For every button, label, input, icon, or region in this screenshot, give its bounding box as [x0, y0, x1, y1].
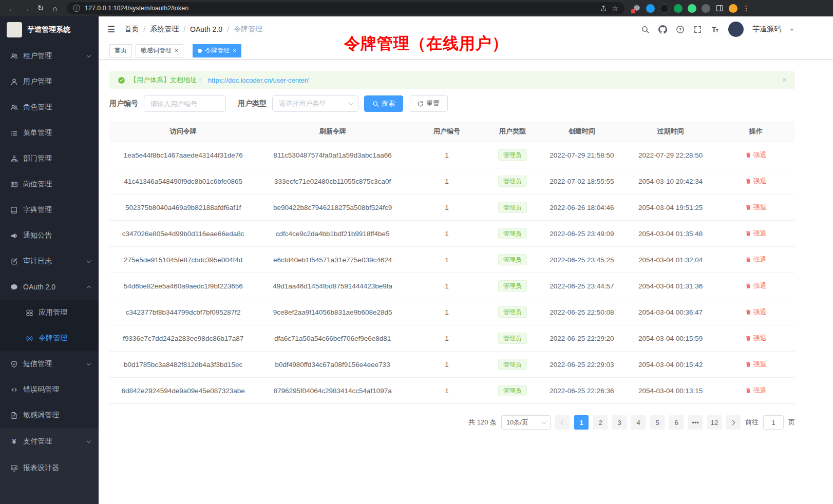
force-logout-button[interactable]: 强退: [745, 307, 767, 317]
tab-token-management[interactable]: 令牌管理 ×: [193, 44, 241, 57]
tab-home[interactable]: 首页: [109, 44, 132, 57]
extension-icon[interactable]: [702, 4, 710, 13]
user-id-input[interactable]: [144, 95, 226, 112]
page-button[interactable]: 5: [650, 415, 665, 430]
chevron-down-icon: [542, 419, 547, 424]
force-logout-button[interactable]: 强退: [745, 150, 767, 160]
sidebar-item-label: OAuth 2.0: [23, 283, 55, 291]
sidebar-item-oauth[interactable]: OAuth 2.0: [0, 274, 99, 300]
extension-icon[interactable]: [674, 4, 683, 13]
page-button[interactable]: 4: [631, 415, 646, 430]
table-row: 275e5de9151045fe87cbdc395e004f4d e6cfd40…: [109, 247, 795, 273]
help-icon[interactable]: [676, 25, 685, 34]
page-button[interactable]: 12: [707, 415, 722, 430]
user-type-badge: 管理员: [498, 228, 527, 239]
sidebar-item-sensitive-words[interactable]: 敏感词管理: [0, 402, 99, 428]
force-logout-button[interactable]: 强退: [745, 177, 767, 186]
sidebar-item-label: 租户管理: [23, 51, 52, 61]
page-size-select[interactable]: 10条/页: [501, 415, 551, 430]
font-size-icon[interactable]: [711, 25, 720, 34]
next-page-button[interactable]: [726, 415, 741, 430]
trash-icon: [745, 361, 751, 367]
extension-icon[interactable]: [660, 4, 669, 13]
error-code-icon: [10, 386, 18, 394]
sidebar-item-notice[interactable]: 通知公告: [0, 223, 99, 248]
trash-icon: [745, 257, 751, 263]
page-button[interactable]: •••: [688, 415, 703, 430]
force-logout-button[interactable]: 强退: [745, 334, 767, 343]
close-icon[interactable]: ×: [175, 48, 178, 54]
action-cell: 强退: [717, 142, 795, 168]
sidebar-toggle-icon[interactable]: ☰: [107, 24, 115, 35]
page-button[interactable]: 1: [574, 415, 589, 430]
sidebar-item-sms[interactable]: 短信管理: [0, 351, 99, 377]
share-icon[interactable]: [600, 5, 607, 12]
sidebar-item-tenant[interactable]: 租户管理: [0, 43, 99, 69]
sidebar-item-oauth-token[interactable]: 令牌管理: [0, 325, 99, 351]
trash-icon: [745, 178, 751, 184]
force-logout-label: 强退: [753, 150, 767, 160]
chevron-down-icon: [87, 53, 91, 57]
force-logout-button[interactable]: 强退: [745, 281, 767, 290]
doc-link[interactable]: https://doc.iocoder.cn/user-center/: [208, 76, 309, 84]
browser-menu-icon[interactable]: ⋮: [743, 4, 750, 12]
url-bar[interactable]: i 127.0.0.1:1024/system/oauth2/token ☆: [67, 2, 624, 14]
username[interactable]: 芋道源码: [752, 25, 781, 34]
tab-sensitive-words[interactable]: 敏感词管理 ×: [136, 44, 183, 57]
reset-button[interactable]: 重置: [409, 95, 448, 112]
access-token-cell: 41c41346a548490f9dc8b01c6bfe0865: [109, 168, 257, 195]
browser-reload-icon[interactable]: ↻: [34, 2, 47, 15]
page-button[interactable]: 6: [669, 415, 684, 430]
user-type-select[interactable]: 请选择用户类型: [272, 95, 358, 112]
sidebar-item-user[interactable]: 用户管理: [0, 69, 99, 94]
sidebar-item-oauth-app[interactable]: 应用管理: [0, 300, 99, 325]
browser-profile-avatar[interactable]: [729, 4, 737, 13]
table-row: 54d6be82ee5a460a9aedc1f9bf223656 49d1aa4…: [109, 273, 795, 299]
breadcrumb-system[interactable]: 系统管理: [150, 25, 179, 34]
force-logout-label: 强退: [753, 386, 767, 395]
extension-icon[interactable]: [688, 4, 696, 13]
extensions-puzzle-icon[interactable]: [633, 4, 641, 12]
breadcrumb-home[interactable]: 首页: [124, 25, 139, 34]
sidebar-item-department[interactable]: 部门管理: [0, 146, 99, 171]
github-icon[interactable]: [658, 25, 667, 34]
page-button[interactable]: 2: [593, 415, 608, 430]
force-logout-button[interactable]: 强退: [745, 360, 767, 369]
side-panel-icon[interactable]: [715, 4, 724, 12]
search-icon[interactable]: [641, 25, 650, 34]
check-circle-icon: [118, 76, 125, 84]
audit-log-icon: [10, 258, 18, 265]
sidebar-item-dictionary[interactable]: 字典管理: [0, 197, 99, 223]
force-logout-button[interactable]: 强退: [745, 255, 767, 264]
create-time-cell: 2022-07-02 18:55:55: [539, 168, 624, 195]
prev-page-button[interactable]: [555, 415, 570, 430]
site-info-icon[interactable]: i: [73, 5, 80, 12]
browser-home-icon[interactable]: ⌂: [48, 2, 62, 15]
sidebar-item-audit-log[interactable]: 审计日志: [0, 248, 99, 274]
sidebar-item-report-designer[interactable]: 报表设计器: [0, 455, 99, 481]
force-logout-button[interactable]: 强退: [745, 203, 767, 212]
chevron-up-icon: [87, 285, 91, 289]
bookmark-star-icon[interactable]: ☆: [612, 4, 618, 12]
sidebar-item-error-code[interactable]: 错误码管理: [0, 377, 99, 402]
app-logo[interactable]: 芋道管理系统: [0, 16, 99, 43]
chevron-down-icon[interactable]: [790, 29, 794, 33]
extension-icon[interactable]: [646, 4, 655, 13]
force-logout-button[interactable]: 强退: [745, 229, 767, 238]
sidebar-item-post[interactable]: 岗位管理: [0, 171, 99, 197]
fullscreen-icon[interactable]: [693, 25, 702, 34]
sidebar-item-role[interactable]: 角色管理: [0, 94, 99, 120]
user-avatar[interactable]: [728, 22, 744, 37]
breadcrumb-oauth[interactable]: OAuth 2.0: [190, 25, 222, 33]
sidebar-item-menu[interactable]: 菜单管理: [0, 120, 99, 146]
alert-close-icon[interactable]: ×: [782, 75, 787, 85]
browser-forward-icon[interactable]: →: [20, 2, 33, 15]
force-logout-button[interactable]: 强退: [745, 386, 767, 395]
browser-back-icon[interactable]: ←: [5, 2, 18, 15]
search-button[interactable]: 搜索: [364, 95, 403, 112]
page-button[interactable]: 3: [612, 415, 627, 430]
sidebar-item-payment[interactable]: ¥ 支付管理: [0, 428, 99, 455]
user-type-cell: 管理员: [485, 378, 539, 404]
close-icon[interactable]: ×: [233, 48, 236, 54]
goto-page-input[interactable]: [763, 415, 784, 430]
